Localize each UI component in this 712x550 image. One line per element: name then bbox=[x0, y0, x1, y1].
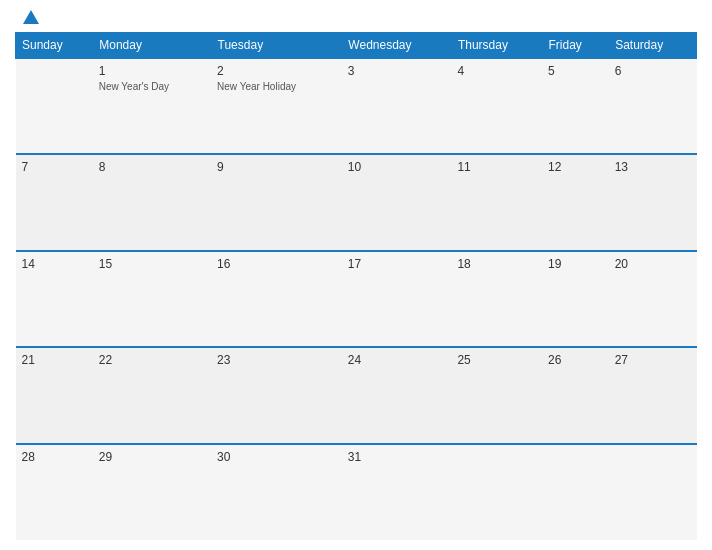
day-number: 31 bbox=[348, 450, 446, 464]
day-number: 16 bbox=[217, 257, 336, 271]
calendar-cell: 9 bbox=[211, 154, 342, 250]
calendar-cell: 18 bbox=[451, 251, 542, 347]
calendar-cell: 30 bbox=[211, 444, 342, 540]
week-row-5: 28293031 bbox=[16, 444, 697, 540]
calendar-cell: 12 bbox=[542, 154, 609, 250]
day-number: 6 bbox=[615, 64, 691, 78]
calendar-cell: 21 bbox=[16, 347, 93, 443]
day-number: 18 bbox=[457, 257, 536, 271]
day-number: 1 bbox=[99, 64, 205, 78]
calendar-cell: 8 bbox=[93, 154, 211, 250]
calendar-cell: 3 bbox=[342, 58, 452, 154]
week-row-1: 1New Year's Day2New Year Holiday3456 bbox=[16, 58, 697, 154]
day-header-wednesday: Wednesday bbox=[342, 33, 452, 59]
day-number: 10 bbox=[348, 160, 446, 174]
calendar-cell: 10 bbox=[342, 154, 452, 250]
week-row-4: 21222324252627 bbox=[16, 347, 697, 443]
day-number: 4 bbox=[457, 64, 536, 78]
calendar-cell: 24 bbox=[342, 347, 452, 443]
day-number: 9 bbox=[217, 160, 336, 174]
day-number: 20 bbox=[615, 257, 691, 271]
day-number: 14 bbox=[22, 257, 87, 271]
day-number: 24 bbox=[348, 353, 446, 367]
day-header-saturday: Saturday bbox=[609, 33, 697, 59]
day-number: 30 bbox=[217, 450, 336, 464]
calendar-cell: 4 bbox=[451, 58, 542, 154]
day-header-sunday: Sunday bbox=[16, 33, 93, 59]
calendar-cell: 20 bbox=[609, 251, 697, 347]
day-number: 12 bbox=[548, 160, 603, 174]
calendar-cell bbox=[16, 58, 93, 154]
calendar-cell: 1New Year's Day bbox=[93, 58, 211, 154]
calendar-cell: 11 bbox=[451, 154, 542, 250]
day-number: 27 bbox=[615, 353, 691, 367]
calendar-cell: 13 bbox=[609, 154, 697, 250]
calendar-cell: 17 bbox=[342, 251, 452, 347]
calendar-cell: 31 bbox=[342, 444, 452, 540]
day-header-friday: Friday bbox=[542, 33, 609, 59]
calendar-cell: 22 bbox=[93, 347, 211, 443]
calendar-cell: 15 bbox=[93, 251, 211, 347]
calendar-cell: 5 bbox=[542, 58, 609, 154]
day-number: 25 bbox=[457, 353, 536, 367]
day-number: 28 bbox=[22, 450, 87, 464]
calendar-cell: 27 bbox=[609, 347, 697, 443]
calendar-cell: 14 bbox=[16, 251, 93, 347]
calendar-cell bbox=[542, 444, 609, 540]
day-header-tuesday: Tuesday bbox=[211, 33, 342, 59]
calendar-table: SundayMondayTuesdayWednesdayThursdayFrid… bbox=[15, 32, 697, 540]
day-number: 8 bbox=[99, 160, 205, 174]
day-number: 7 bbox=[22, 160, 87, 174]
calendar-cell: 25 bbox=[451, 347, 542, 443]
holiday-text: New Year's Day bbox=[99, 80, 205, 93]
day-number: 3 bbox=[348, 64, 446, 78]
day-number: 15 bbox=[99, 257, 205, 271]
day-number: 13 bbox=[615, 160, 691, 174]
calendar-cell bbox=[451, 444, 542, 540]
day-header-monday: Monday bbox=[93, 33, 211, 59]
day-number: 21 bbox=[22, 353, 87, 367]
calendar-cell: 23 bbox=[211, 347, 342, 443]
logo-triangle-icon bbox=[23, 10, 39, 24]
calendar-cell: 7 bbox=[16, 154, 93, 250]
calendar-header bbox=[15, 10, 697, 24]
calendar-cell: 2New Year Holiday bbox=[211, 58, 342, 154]
calendar-cell: 6 bbox=[609, 58, 697, 154]
logo bbox=[20, 10, 39, 24]
day-number: 26 bbox=[548, 353, 603, 367]
calendar-cell: 26 bbox=[542, 347, 609, 443]
day-number: 19 bbox=[548, 257, 603, 271]
days-header-row: SundayMondayTuesdayWednesdayThursdayFrid… bbox=[16, 33, 697, 59]
calendar-cell: 28 bbox=[16, 444, 93, 540]
day-number: 5 bbox=[548, 64, 603, 78]
week-row-3: 14151617181920 bbox=[16, 251, 697, 347]
day-number: 23 bbox=[217, 353, 336, 367]
day-number: 2 bbox=[217, 64, 336, 78]
calendar-cell: 29 bbox=[93, 444, 211, 540]
day-header-thursday: Thursday bbox=[451, 33, 542, 59]
week-row-2: 78910111213 bbox=[16, 154, 697, 250]
day-number: 17 bbox=[348, 257, 446, 271]
calendar-cell bbox=[609, 444, 697, 540]
day-number: 22 bbox=[99, 353, 205, 367]
day-number: 29 bbox=[99, 450, 205, 464]
day-number: 11 bbox=[457, 160, 536, 174]
calendar-cell: 16 bbox=[211, 251, 342, 347]
holiday-text: New Year Holiday bbox=[217, 80, 336, 93]
calendar-cell: 19 bbox=[542, 251, 609, 347]
calendar-container: SundayMondayTuesdayWednesdayThursdayFrid… bbox=[0, 0, 712, 550]
